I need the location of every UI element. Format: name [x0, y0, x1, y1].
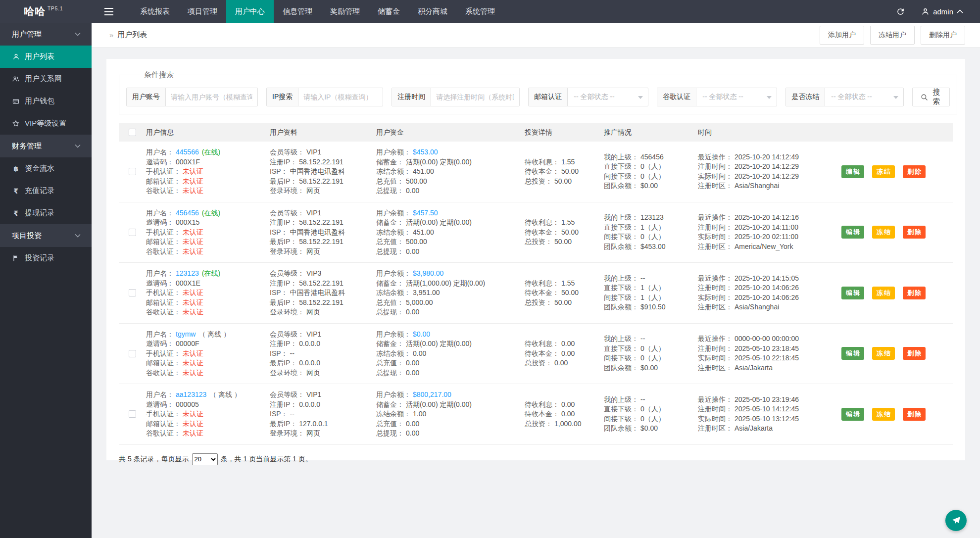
- google-cert-status-label: 谷歌认证：: [146, 187, 181, 195]
- add-user-button[interactable]: 添加用户: [820, 26, 864, 45]
- sidebar-item-提现记录[interactable]: ₹提现记录: [0, 202, 92, 224]
- floating-action-button[interactable]: [945, 510, 967, 531]
- freeze-button[interactable]: 冻结: [872, 408, 895, 421]
- frozen-filter-select[interactable]: -- 全部状态 --: [825, 88, 903, 106]
- row-checkbox[interactable]: [129, 168, 136, 175]
- nav-item-5[interactable]: 奖励管理: [321, 0, 369, 23]
- nav-item-1[interactable]: 系统报表: [131, 0, 179, 23]
- sidebar-group-2[interactable]: 财务管理: [0, 135, 92, 157]
- user-balance-label: 用户余额：: [376, 269, 411, 277]
- member-level-label: 会员等级：: [270, 209, 304, 217]
- frozen-filter-value: -- 全部状态 --: [831, 93, 872, 101]
- email-cert-filter-select[interactable]: -- 全部状态 --: [568, 88, 648, 106]
- phone-cert-status-label: 手机认证：: [146, 349, 181, 357]
- freeze-button[interactable]: 冻结: [872, 287, 895, 299]
- nav-item-6[interactable]: 储蓄金: [369, 0, 409, 23]
- delete-button[interactable]: 删除: [903, 287, 926, 299]
- freeze-button[interactable]: 冻结: [872, 165, 895, 178]
- nav-item-7[interactable]: 积分商城: [409, 0, 456, 23]
- nav-menu: 系统报表项目管理用户中心信息管理奖励管理储蓄金积分商城系统管理: [131, 0, 504, 23]
- row-checkbox[interactable]: [129, 410, 136, 418]
- sidebar-item-用户列表[interactable]: 用户列表: [0, 46, 92, 68]
- register-time-line: 注册时间：2025-05-10 14:12:45: [698, 404, 841, 414]
- username-link[interactable]: 123123: [176, 269, 199, 277]
- sidebar-item-资金流水[interactable]: ฿资金流水: [0, 157, 92, 180]
- edit-button[interactable]: 编辑: [841, 287, 864, 299]
- nav-right: admin: [886, 0, 980, 23]
- username-link[interactable]: 445566: [176, 148, 199, 156]
- total-invest-line: 总投资：50.00: [525, 298, 604, 308]
- isp-name-label: ISP：: [270, 289, 288, 296]
- username-link[interactable]: tgymw: [176, 330, 196, 338]
- upline-user-line: 我的上级：--: [604, 334, 698, 344]
- google-cert-filter-select[interactable]: -- 全部状态 --: [696, 88, 777, 106]
- register-timezone-label: 注册时区：: [698, 243, 733, 250]
- row-checkbox[interactable]: [129, 229, 136, 236]
- row-checkbox[interactable]: [129, 289, 136, 296]
- sidebar-item-用户关系网[interactable]: 用户关系网: [0, 68, 92, 90]
- nav-item-2[interactable]: 项目管理: [179, 0, 226, 23]
- email-cert-filter-value: -- 全部状态 --: [574, 93, 614, 101]
- delete-button[interactable]: 删除: [903, 226, 926, 239]
- username-link-label: 用户名：: [146, 148, 174, 156]
- hamburger-icon[interactable]: [92, 0, 126, 23]
- register-timezone: Asia/Shanghai: [735, 182, 779, 190]
- search-button[interactable]: 搜 索: [912, 88, 950, 106]
- total-withdraw-label: 总提现：: [376, 247, 404, 255]
- register-time-picker-input[interactable]: [431, 88, 519, 106]
- sidebar-item-投资记录[interactable]: 投资记录: [0, 247, 92, 269]
- phone-cert-status-label: 手机认证：: [146, 228, 181, 236]
- sidebar-item-充值记录[interactable]: ₹充值记录: [0, 180, 92, 202]
- username-link[interactable]: aa123123: [176, 391, 206, 398]
- register-timezone-line: 注册时区：America/New_York: [698, 242, 841, 252]
- delete-button[interactable]: 删除: [903, 165, 926, 178]
- user-balance: $3,980.00: [413, 269, 443, 277]
- row-checkbox[interactable]: [129, 350, 136, 357]
- freeze-button[interactable]: 冻结: [872, 226, 895, 239]
- sidebar-group-3[interactable]: 项目投资: [0, 224, 92, 247]
- isp-name-line: ISP：中国香港电讯盈科: [270, 288, 376, 298]
- sidebar-item-VIP等级设置[interactable]: VIP等级设置: [0, 112, 92, 135]
- ip-search-input[interactable]: [298, 88, 383, 106]
- user-menu[interactable]: admin: [914, 0, 980, 23]
- select-all-checkbox[interactable]: [129, 129, 136, 136]
- direct-downline-label: 直接下级：: [604, 405, 638, 413]
- isp-name: --: [290, 349, 294, 357]
- delete-button[interactable]: 删除: [903, 408, 926, 421]
- login-env-label: 登录环境：: [270, 308, 304, 316]
- edit-button[interactable]: 编辑: [841, 347, 864, 360]
- page-size-select[interactable]: 20: [192, 453, 218, 465]
- total-withdraw-line: 总提现：0.00: [376, 247, 525, 257]
- indirect-downline: 1（人）: [640, 293, 665, 301]
- member-level: VIP1: [306, 330, 321, 338]
- total-withdraw-line: 总提现：0.00: [376, 429, 525, 439]
- upline-user-line: 我的上级：--: [604, 395, 698, 405]
- username-link[interactable]: 456456: [176, 209, 199, 217]
- nav-item-3[interactable]: 用户中心: [226, 0, 274, 23]
- freeze-user-button[interactable]: 冻结用户: [870, 26, 915, 45]
- delete-user-button[interactable]: 删除用户: [921, 26, 965, 45]
- email-cert-filter-group: 邮箱认证-- 全部状态 --: [528, 88, 648, 106]
- edit-button[interactable]: 编辑: [841, 408, 864, 421]
- edit-button[interactable]: 编辑: [841, 226, 864, 239]
- nav-item-4[interactable]: 信息管理: [274, 0, 321, 23]
- online-status: （ 离线 ）: [209, 391, 241, 398]
- upline-user: --: [640, 395, 645, 403]
- user-balance: $0.00: [413, 330, 430, 338]
- refresh-icon[interactable]: [886, 0, 914, 23]
- delete-button[interactable]: 删除: [903, 347, 926, 360]
- nav-item-8[interactable]: 系统管理: [456, 0, 504, 23]
- freeze-button[interactable]: 冻结: [872, 347, 895, 360]
- last-operation-time: 2025-10-20 14:12:16: [735, 213, 799, 221]
- chevron-down-icon: [74, 144, 82, 148]
- last-ip-label: 最后IP：: [270, 177, 297, 185]
- sidebar-group-1[interactable]: 用户管理: [0, 23, 92, 46]
- sidebar-item-用户钱包[interactable]: 用户钱包: [0, 90, 92, 112]
- account-search-input[interactable]: [166, 88, 257, 106]
- upline-user-line: 我的上级：456456: [604, 152, 698, 162]
- pending-interest-label: 待收利息：: [525, 158, 559, 166]
- register-time-picker-label: 注册时间: [392, 88, 431, 106]
- sidebar-item-label: 用户关系网: [25, 74, 62, 84]
- edit-button[interactable]: 编辑: [841, 165, 864, 178]
- pending-interest-label: 待收利息：: [525, 340, 559, 347]
